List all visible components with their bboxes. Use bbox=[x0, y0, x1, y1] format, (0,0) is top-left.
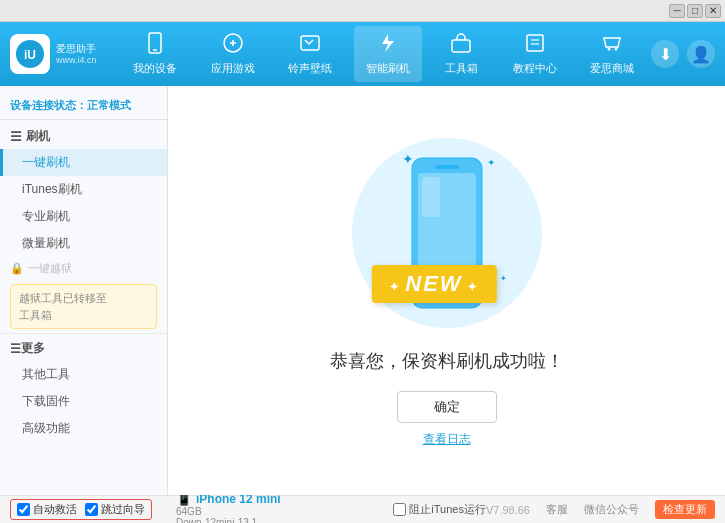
sidebar-item-itunes-flash[interactable]: iTunes刷机 bbox=[0, 176, 167, 203]
sidebar-item-other-tools[interactable]: 其他工具 bbox=[0, 361, 167, 388]
top-nav: iU 爱思助手 www.i4.cn 我的设备 应用游戏 铃声壁纸 bbox=[0, 22, 725, 86]
lock-icon: 🔒 bbox=[10, 262, 24, 275]
bottom-bar: 自动救活 跳过向导 📱 iPhone 12 mini 64GB Down-12m… bbox=[0, 495, 725, 523]
success-text: 恭喜您，保资料刷机成功啦！ bbox=[330, 349, 564, 373]
nav-items: 我的设备 应用游戏 铃声壁纸 智能刷机 工具箱 bbox=[117, 26, 651, 82]
bottom-right: V7.98.66 客服 微信公众号 检查更新 bbox=[486, 500, 715, 519]
main-content: ✦ ✦ ✦ NEW 恭喜您， bbox=[168, 86, 725, 495]
stop-itunes-label[interactable]: 阻止iTunes运行 bbox=[409, 502, 486, 517]
auto-update-wrap: 自动救活 bbox=[17, 502, 77, 517]
logo-area: iU 爱思助手 www.i4.cn bbox=[10, 34, 97, 74]
svg-rect-14 bbox=[435, 165, 459, 169]
my-device-icon bbox=[144, 32, 166, 59]
svg-text:iU: iU bbox=[24, 48, 36, 62]
toolbox-icon bbox=[450, 32, 472, 59]
user-button[interactable]: 👤 bbox=[687, 40, 715, 68]
jailbreak-notice: 越狱工具已转移至 工具箱 bbox=[10, 284, 157, 329]
nav-item-my-device[interactable]: 我的设备 bbox=[121, 26, 189, 82]
shop-icon bbox=[601, 32, 623, 59]
wechat-link[interactable]: 微信公众号 bbox=[584, 502, 639, 517]
phone-new-wrap: ✦ ✦ ✦ NEW bbox=[347, 133, 547, 333]
sidebar-item-pro-flash[interactable]: 专业刷机 bbox=[0, 203, 167, 230]
skip-wizard-wrap: 跳过向导 bbox=[85, 502, 145, 517]
nav-item-shop[interactable]: 爱思商城 bbox=[578, 26, 646, 82]
sidebar-item-one-key-flash[interactable]: 一键刷机 bbox=[0, 149, 167, 176]
main-layout: 设备连接状态：正常模式 ☰ 刷机 一键刷机 iTunes刷机 专业刷机 微量刷机… bbox=[0, 86, 725, 495]
skip-wizard-checkbox[interactable] bbox=[85, 503, 98, 516]
nav-item-smart-flash[interactable]: 智能刷机 bbox=[354, 26, 422, 82]
nav-item-apps-games[interactable]: 应用游戏 bbox=[199, 26, 267, 82]
flash-section-icon: ☰ bbox=[10, 129, 22, 144]
svg-rect-6 bbox=[452, 40, 470, 52]
sparkle-2: ✦ bbox=[487, 157, 495, 168]
checkbox-group: 自动救活 跳过向导 bbox=[10, 499, 152, 520]
view-log-link[interactable]: 查看日志 bbox=[423, 431, 471, 448]
auto-update-label[interactable]: 自动救活 bbox=[33, 502, 77, 517]
sidebar-section-flash: ☰ 刷机 bbox=[0, 124, 167, 149]
minimize-button[interactable]: ─ bbox=[669, 4, 685, 18]
sidebar-item-save-data-flash[interactable]: 微量刷机 bbox=[0, 230, 167, 257]
logo-text: 爱思助手 www.i4.cn bbox=[56, 42, 97, 67]
success-illustration: ✦ ✦ ✦ NEW 恭喜您， bbox=[330, 133, 564, 448]
sidebar-item-download-fw[interactable]: 下载固件 bbox=[0, 388, 167, 415]
skip-wizard-label[interactable]: 跳过向导 bbox=[101, 502, 145, 517]
device-system: Down-12mini-13,1 bbox=[176, 517, 281, 523]
title-bar: ─ □ ✕ bbox=[0, 0, 725, 22]
more-section-icon: ☰ bbox=[10, 342, 21, 356]
bottom-left: 自动救活 跳过向导 📱 iPhone 12 mini 64GB Down-12m… bbox=[10, 491, 393, 523]
sidebar-section-jailbreak: 🔒 一键越狱 bbox=[0, 257, 167, 280]
stop-itunes-wrap: 阻止iTunes运行 bbox=[393, 502, 486, 517]
device-storage: 64GB bbox=[176, 506, 281, 517]
download-button[interactable]: ⬇ bbox=[651, 40, 679, 68]
sparkle-3: ✦ bbox=[500, 274, 507, 283]
maximize-button[interactable]: □ bbox=[687, 4, 703, 18]
svg-point-10 bbox=[615, 48, 618, 51]
smart-flash-icon bbox=[377, 32, 399, 59]
nav-item-toolbox[interactable]: 工具箱 bbox=[431, 26, 491, 82]
version-text: V7.98.66 bbox=[486, 504, 530, 516]
auto-update-checkbox[interactable] bbox=[17, 503, 30, 516]
apps-games-icon bbox=[222, 32, 244, 59]
stop-itunes-checkbox[interactable] bbox=[393, 503, 406, 516]
check-update-button[interactable]: 检查更新 bbox=[655, 500, 715, 519]
new-ribbon: NEW bbox=[371, 265, 496, 303]
nav-item-tutorial[interactable]: 教程中心 bbox=[501, 26, 569, 82]
confirm-button[interactable]: 确定 bbox=[397, 391, 497, 423]
svg-point-9 bbox=[608, 48, 611, 51]
ringtone-icon bbox=[299, 32, 321, 59]
svg-rect-15 bbox=[422, 177, 440, 217]
customer-service-link[interactable]: 客服 bbox=[546, 502, 568, 517]
device-info: 📱 iPhone 12 mini 64GB Down-12mini-13,1 bbox=[176, 491, 281, 523]
sidebar-section-more: ☰ 更多 bbox=[0, 333, 167, 361]
close-button[interactable]: ✕ bbox=[705, 4, 721, 18]
device-status: 设备连接状态：正常模式 bbox=[0, 94, 167, 120]
sparkle-1: ✦ bbox=[402, 151, 414, 167]
sidebar: 设备连接状态：正常模式 ☰ 刷机 一键刷机 iTunes刷机 专业刷机 微量刷机… bbox=[0, 86, 168, 495]
logo-icon: iU bbox=[10, 34, 50, 74]
nav-right: ⬇ 👤 bbox=[651, 40, 715, 68]
sidebar-item-advanced[interactable]: 高级功能 bbox=[0, 415, 167, 442]
nav-item-ringtone[interactable]: 铃声壁纸 bbox=[276, 26, 344, 82]
tutorial-icon bbox=[524, 32, 546, 59]
